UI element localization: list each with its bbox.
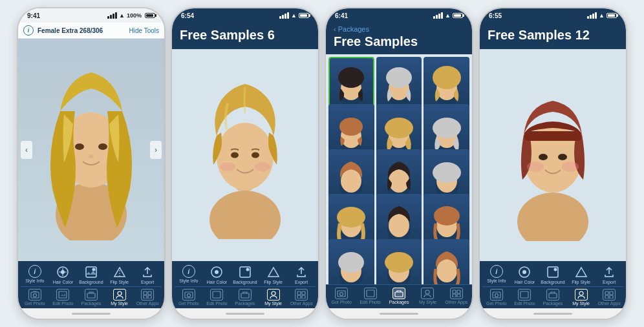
nav-arrow-right[interactable]: › [150,141,162,159]
grid-item-13[interactable]: 13 [328,239,374,284]
hair-color-btn-2[interactable]: Hair Color [203,265,231,285]
svg-point-99 [539,154,548,160]
tab-edit-photo-3[interactable]: Edit Photo [356,288,384,304]
tab-packages-4[interactable]: Packages [539,289,567,306]
svg-point-9 [92,268,95,271]
info-icon-1[interactable]: i [23,25,34,36]
svg-rect-109 [549,293,557,298]
tab-my-style-4[interactable]: My Style [567,289,596,306]
photo-area-1: ‹ › [18,39,164,261]
phone-1: 9:41 ▲ 100% i Female Extra 268/306 Hide … [17,7,166,320]
screen-4: Free Samples 12 [480,23,626,308]
status-bar-1: 9:41 ▲ 100% [18,8,164,23]
background-btn[interactable]: Background [77,265,105,285]
svg-point-85 [340,293,343,296]
tab-packages-3[interactable]: Packages [385,288,413,304]
svg-point-81 [385,252,413,273]
signal-bars-4 [587,12,597,19]
status-icons-4: ▲ [587,12,617,19]
svg-rect-112 [610,291,613,295]
svg-point-60 [433,118,461,138]
svg-point-35 [187,294,190,297]
tab-edit-photo-1[interactable]: Edit Photo [49,289,78,306]
phone-2: 6:54 ▲ Free Samples 6 [171,7,319,320]
time-4: 6:55 [489,12,502,19]
battery-icon-3 [453,13,463,18]
screen-1: i Female Extra 268/306 Hide Tools [18,23,164,308]
home-indicator-3 [326,308,472,319]
svg-rect-36 [213,291,220,298]
svg-rect-90 [457,290,460,293]
background-btn-4[interactable]: Background [539,265,567,285]
svg-point-28 [252,153,259,158]
tab-other-apps-4[interactable]: Other Apps [595,289,623,306]
flip-style-btn[interactable]: Flip Style [105,265,134,285]
tab-get-photo-1[interactable]: Get Photo [21,289,49,306]
header-title-1: Female Extra 268/306 [38,27,125,34]
battery-icon-4 [606,13,617,18]
svg-point-98 [562,162,579,172]
background-btn-2[interactable]: Background [231,265,259,285]
svg-point-26 [255,162,270,171]
svg-rect-114 [610,295,613,299]
tab-edit-photo-2[interactable]: Edit Photo [203,289,231,306]
svg-point-27 [231,153,239,158]
svg-point-100 [558,154,567,160]
tab-other-apps-1[interactable]: Other Apps [133,289,162,306]
status-icons-1: ▲ 100% [107,12,155,19]
screen-2: Free Samples 6 [172,23,318,308]
woman-illustration-4 [503,70,603,241]
svg-rect-18 [144,291,147,295]
screen-3: ‹ Packages Free Samples 1 2 3 [326,23,472,308]
svg-rect-15 [87,293,95,298]
signal-bars-1 [107,12,117,19]
tab-my-style-1[interactable]: My Style [105,289,134,306]
tab-my-style-2[interactable]: My Style [259,289,288,306]
svg-point-67 [433,162,461,183]
toolbar-1: i Style Info Hair Color Background [18,261,164,308]
tab-get-photo-2[interactable]: Get Photo [175,289,203,306]
style-info-btn-2[interactable]: i Style Info [175,265,203,285]
svg-rect-37 [241,293,249,298]
hair-color-btn[interactable]: Hair Color [49,265,78,285]
woman-illustration-1 [39,59,143,240]
woman-illustration-2 [195,71,295,239]
flip-style-btn-4[interactable]: Flip Style [567,265,596,285]
wifi-3: ▲ [445,12,451,19]
flip-style-btn-2[interactable]: Flip Style [259,265,288,285]
svg-point-24 [217,123,274,190]
tab-my-style-3[interactable]: My Style [413,288,442,304]
hide-tools-btn[interactable]: Hide Tools [129,27,159,34]
tab-other-apps-2[interactable]: Other Apps [287,289,316,306]
style-info-btn[interactable]: i Style Info [21,265,49,285]
hair-color-btn-4[interactable]: Hair Color [511,265,539,285]
export-btn-2[interactable]: Export [287,265,316,285]
grid-item-14[interactable]: 14 [376,239,422,284]
export-btn-4[interactable]: Export [595,265,623,285]
tab-other-apps-3[interactable]: Other Apps [442,288,471,304]
svg-point-75 [434,206,460,226]
svg-point-13 [33,294,36,297]
svg-rect-113 [605,295,608,299]
svg-point-102 [522,270,526,274]
svg-point-17 [118,291,122,295]
samples-grid: 1 2 3 4 5 [326,54,472,284]
header-3: ‹ Packages Free Samples [326,23,472,54]
wifi-1: ▲ [119,12,125,19]
svg-rect-111 [605,291,608,295]
export-btn[interactable]: Export [133,265,162,285]
battery-icon-1 [145,13,155,18]
tab-got-photo-3[interactable]: Got Photo [327,288,356,304]
status-bar-4: 6:55 ▲ [480,8,626,23]
nav-arrow-left[interactable]: ‹ [21,141,32,159]
svg-point-93 [517,193,588,241]
tab-packages-1[interactable]: Packages [77,289,105,306]
tab-packages-2[interactable]: Packages [231,289,259,306]
status-icons-2: ▲ [279,12,309,19]
tab-edit-photo-4[interactable]: Edit Photo [511,289,539,306]
tab-get-photo-4[interactable]: Get Photo [482,289,511,306]
svg-rect-20 [144,295,147,299]
style-info-btn-4[interactable]: i Style Info [482,265,511,285]
back-nav[interactable]: ‹ Packages [334,25,464,33]
grid-item-15[interactable]: 15 [424,239,469,284]
